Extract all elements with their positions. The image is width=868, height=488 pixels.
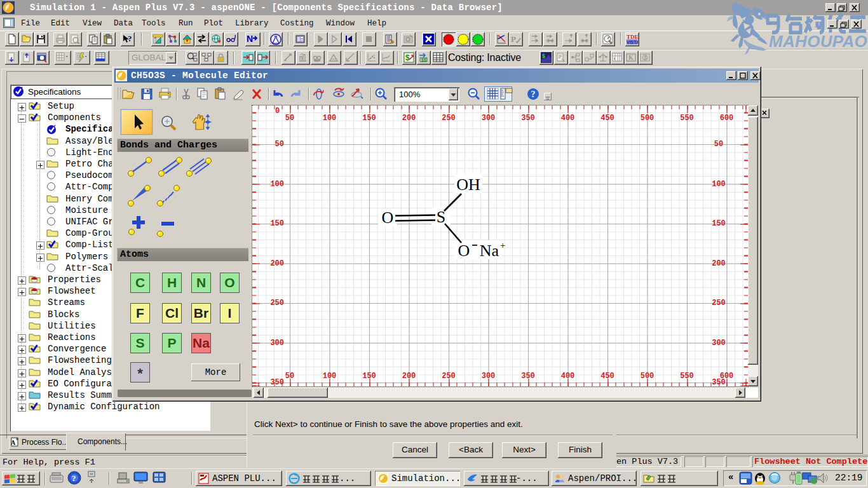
svg-text:$: $ bbox=[405, 53, 410, 62]
svg-text:$: $ bbox=[644, 55, 647, 61]
svg-text:TDE: TDE bbox=[627, 34, 638, 40]
svg-text:O: O bbox=[458, 241, 470, 260]
svg-text:P: P bbox=[511, 34, 516, 44]
svg-text:K: K bbox=[628, 54, 634, 61]
svg-text:?: ? bbox=[531, 90, 536, 99]
svg-text:S: S bbox=[437, 208, 445, 226]
svg-text:N: N bbox=[247, 34, 253, 44]
svg-text:?: ? bbox=[72, 473, 76, 483]
svg-text:+: + bbox=[500, 240, 505, 250]
svg-text:$$: $$ bbox=[421, 58, 426, 62]
svg-text:A: A bbox=[11, 439, 16, 446]
svg-text:VISTA: VISTA bbox=[627, 40, 638, 44]
svg-text:?: ? bbox=[128, 34, 132, 43]
svg-text:$: $ bbox=[542, 53, 545, 59]
svg-text:Na: Na bbox=[480, 241, 499, 260]
svg-text:O: O bbox=[382, 208, 394, 227]
svg-text:OH: OH bbox=[456, 175, 480, 194]
